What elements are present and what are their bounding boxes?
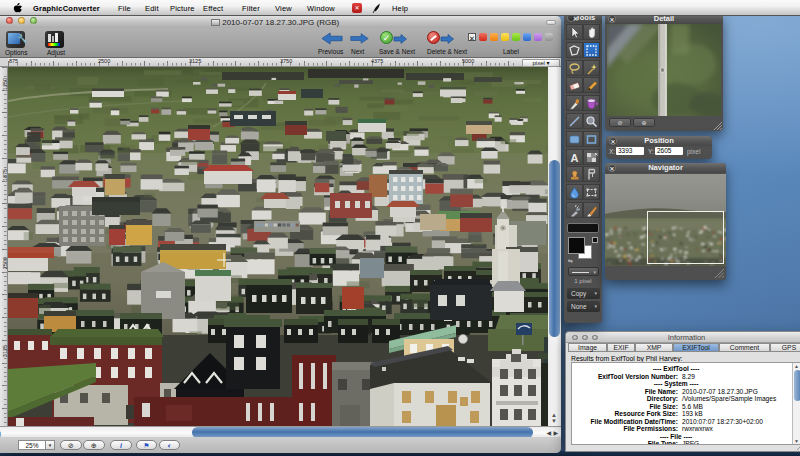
svg-text:A: A	[571, 152, 579, 164]
